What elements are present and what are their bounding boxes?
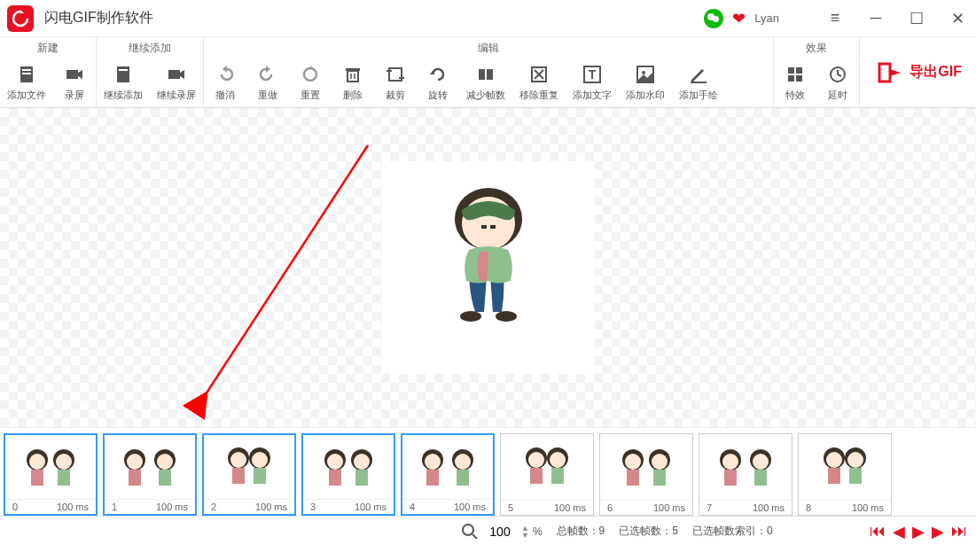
svg-point-45 xyxy=(460,311,481,322)
watermark-icon xyxy=(633,62,658,87)
close-button[interactable]: ✕ xyxy=(946,7,969,30)
reduce-frames-button[interactable]: 减少帧数 xyxy=(459,58,512,107)
frame-duration: 100 ms xyxy=(753,502,785,513)
selected-index: 已选帧数索引：0 xyxy=(692,524,773,539)
svg-marker-13 xyxy=(310,66,314,69)
svg-rect-43 xyxy=(481,225,487,229)
frame-index: 8 xyxy=(806,502,811,513)
tool-label: 添加手绘 xyxy=(679,89,718,102)
record-more-button[interactable]: 继续录屏 xyxy=(150,58,203,107)
frame-thumbnail[interactable]: 7100 ms xyxy=(699,433,793,516)
svg-rect-3 xyxy=(22,73,31,74)
svg-rect-87 xyxy=(627,470,639,486)
group-title-append: 继续添加 xyxy=(97,37,203,58)
reset-button[interactable]: 重置 xyxy=(289,58,332,107)
tool-label: 重置 xyxy=(301,89,320,102)
svg-rect-35 xyxy=(796,75,802,82)
frames-icon xyxy=(473,62,498,87)
frame-duration: 100 ms xyxy=(57,502,89,512)
frame-thumbnail[interactable]: 2100 ms xyxy=(202,433,296,516)
canvas-area[interactable] xyxy=(0,108,976,427)
delete-button[interactable]: 删除 xyxy=(332,58,374,107)
svg-point-86 xyxy=(625,454,641,470)
add-more-button[interactable]: 继续添加 xyxy=(97,58,150,107)
frame-image xyxy=(600,434,692,500)
menu-button[interactable]: ≡ xyxy=(824,7,847,30)
frame-image xyxy=(105,435,195,499)
tool-label: 撤消 xyxy=(215,89,235,102)
minimize-button[interactable]: ─ xyxy=(864,7,887,30)
svg-line-38 xyxy=(838,74,841,76)
svg-rect-6 xyxy=(117,66,129,82)
add-watermark-button[interactable]: 添加水印 xyxy=(619,58,672,107)
frame-index: 0 xyxy=(12,502,18,512)
svg-point-83 xyxy=(550,452,566,468)
add-file-button[interactable]: 添加文件 xyxy=(0,58,53,107)
total-frames: 总帧数：9 xyxy=(557,524,605,539)
svg-rect-51 xyxy=(31,470,43,486)
svg-rect-7 xyxy=(119,69,128,71)
username[interactable]: Lyan xyxy=(754,12,779,25)
svg-point-74 xyxy=(425,454,441,470)
play-button[interactable]: ▶ xyxy=(912,522,925,541)
timeline[interactable]: 0100 ms1100 ms2100 ms3100 ms4100 ms5100 … xyxy=(0,427,976,516)
prev-frame-button[interactable]: ◀ xyxy=(893,522,905,541)
first-frame-button[interactable]: ⏮ xyxy=(870,522,886,541)
frame-index: 2 xyxy=(211,502,216,512)
group-append: 继续添加 继续添加 继续录屏 xyxy=(97,37,204,107)
add-draw-button[interactable]: 添加手绘 xyxy=(672,58,725,107)
svg-rect-93 xyxy=(724,470,737,486)
tool-label: 继续录屏 xyxy=(157,89,196,102)
heart-icon[interactable]: ❤ xyxy=(732,9,746,28)
special-effect-button[interactable]: 特效 xyxy=(774,58,816,107)
text-icon: T xyxy=(580,62,605,87)
frame-thumbnail[interactable]: 1100 ms xyxy=(103,433,197,516)
frame-duration: 100 ms xyxy=(554,502,586,513)
frame-thumbnail[interactable]: 3100 ms xyxy=(301,433,395,516)
next-frame-button[interactable]: ▶ xyxy=(932,522,944,541)
svg-rect-99 xyxy=(828,468,840,484)
playback-controls: ⏮ ◀ ▶ ▶ ⏭ xyxy=(870,522,967,541)
svg-rect-69 xyxy=(329,470,341,486)
export-gif-button[interactable]: 导出GIF xyxy=(860,37,976,107)
svg-rect-4 xyxy=(66,70,78,79)
frame-index: 6 xyxy=(607,502,613,513)
frame-thumbnail[interactable]: 0100 ms xyxy=(4,433,98,516)
add-text-button[interactable]: T添加文字 xyxy=(566,58,619,107)
maximize-button[interactable]: ☐ xyxy=(905,7,928,30)
frame-image xyxy=(699,434,792,500)
frame-index: 7 xyxy=(707,502,712,513)
undo-button[interactable]: 撤消 xyxy=(204,58,246,107)
svg-rect-75 xyxy=(426,470,439,486)
toolbar: 新建 添加文件 录屏 继续添加 继续添加 继续录屏 编辑 xyxy=(0,37,976,108)
rotate-icon xyxy=(426,62,450,87)
frame-thumbnail[interactable]: 4100 ms xyxy=(401,433,495,516)
zoom-unit: % xyxy=(533,525,543,538)
remove-dup-button[interactable]: 移除重复 xyxy=(512,58,566,107)
zoom-stepper[interactable]: ▲▼ xyxy=(521,525,529,539)
svg-marker-11 xyxy=(266,66,270,73)
svg-point-103 xyxy=(463,525,473,535)
svg-marker-40 xyxy=(890,69,901,76)
frame-thumbnail[interactable]: 5100 ms xyxy=(500,433,594,516)
rotate-button[interactable]: 旋转 xyxy=(417,58,459,107)
delay-button[interactable]: 延时 xyxy=(816,58,859,107)
crop-button[interactable]: 裁剪 xyxy=(374,58,417,107)
zoom-input[interactable] xyxy=(482,525,518,539)
tool-label: 继续添加 xyxy=(104,89,143,102)
camera-icon xyxy=(164,62,189,87)
frame-duration: 100 ms xyxy=(454,502,486,512)
svg-rect-34 xyxy=(788,75,794,82)
frame-thumbnail[interactable]: 6100 ms xyxy=(599,433,693,516)
record-button[interactable]: 录屏 xyxy=(53,58,96,107)
window-controls: ≡ ─ ☐ ✕ xyxy=(824,7,969,30)
frame-thumbnail[interactable]: 8100 ms xyxy=(798,433,892,516)
tool-label: 删除 xyxy=(343,89,363,102)
last-frame-button[interactable]: ⏭ xyxy=(951,522,967,541)
svg-point-12 xyxy=(304,68,316,81)
wechat-icon[interactable] xyxy=(704,9,723,28)
redo-button[interactable]: 重做 xyxy=(246,58,289,107)
zoom-control[interactable]: ▲▼ % xyxy=(461,523,543,541)
svg-point-68 xyxy=(327,454,343,470)
svg-marker-0 xyxy=(20,10,24,13)
